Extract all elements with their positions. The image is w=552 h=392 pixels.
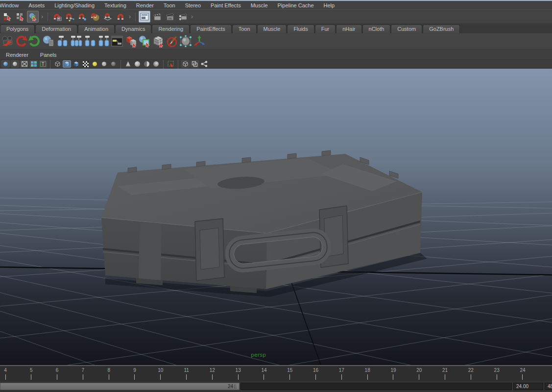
panel-toolbar: T: [0, 60, 552, 69]
textured-mode-button[interactable]: [72, 60, 80, 68]
range-grip-handle[interactable]: [235, 384, 238, 389]
maya-window: Window Assets Lighting/Shading Texturing…: [0, 0, 552, 392]
viewport-canvas[interactable]: persp: [0, 69, 552, 365]
menu-paint-effects[interactable]: Paint Effects: [206, 2, 246, 8]
menu-assets[interactable]: Assets: [24, 2, 49, 8]
snap-to-curves-button[interactable]: [64, 11, 75, 23]
tab-animation[interactable]: Animation: [78, 24, 115, 33]
gray-light-icon: [102, 62, 106, 66]
tab-polygons[interactable]: Polygons: [0, 24, 35, 33]
camera-red-arrow-button[interactable]: [0, 34, 14, 48]
render-current-frame-button[interactable]: [151, 11, 163, 23]
collapse-arrow-icon[interactable]: ›: [189, 13, 195, 20]
tab-rendering[interactable]: Rendering: [152, 24, 190, 33]
menu-help[interactable]: Help: [319, 2, 340, 8]
snap-to-points-button[interactable]: [76, 11, 88, 23]
menu-toon[interactable]: Toon: [159, 2, 180, 8]
isolate-select-button[interactable]: [167, 60, 175, 68]
tab-muscle[interactable]: Muscle: [257, 24, 287, 33]
smooth-shade-mode-button[interactable]: [63, 60, 71, 68]
menu-texturing[interactable]: Texturing: [99, 2, 131, 8]
node-editor-button[interactable]: [110, 34, 124, 48]
overlap-frames-button[interactable]: [191, 60, 199, 68]
share-nodes-button[interactable]: [200, 60, 208, 68]
tab-fluids[interactable]: Fluids: [287, 24, 314, 33]
checker-render-button[interactable]: [81, 60, 90, 68]
magnet-icon: [116, 12, 125, 22]
open-render-view-button[interactable]: [139, 11, 150, 23]
main-menubar: Window Assets Lighting/Shading Texturing…: [0, 1, 552, 9]
paint-brush-disabled-button[interactable]: [165, 34, 179, 48]
tab-ncloth[interactable]: nCloth: [362, 24, 391, 33]
tab-nhair[interactable]: nHair: [336, 24, 361, 33]
joint-nodes-4-button[interactable]: [96, 34, 110, 48]
tab-dynamics[interactable]: Dynamics: [115, 24, 151, 33]
tab-fur[interactable]: Fur: [315, 24, 336, 33]
joint-nodes-1-button[interactable]: [55, 34, 69, 48]
no-lights-button[interactable]: [109, 60, 118, 68]
cone-light-button[interactable]: [124, 60, 132, 68]
tab-deformation[interactable]: Deformation: [35, 24, 77, 33]
select-objects-icon: [16, 12, 24, 21]
tab-custom[interactable]: Custom: [391, 24, 422, 33]
select-components-icon: [28, 12, 37, 21]
four-view-button[interactable]: [29, 60, 38, 68]
camera-sphere-button[interactable]: [1, 60, 10, 68]
ipr-render-button[interactable]: IPR: [164, 11, 176, 23]
menu-stereo[interactable]: Stereo: [180, 2, 206, 8]
camera-circle-button[interactable]: [11, 60, 19, 68]
tab-painteffects[interactable]: PaintEffects: [190, 24, 232, 33]
xray-cube-button[interactable]: [181, 60, 190, 68]
menu-renderer[interactable]: Renderer: [0, 52, 34, 58]
text-display-button[interactable]: T: [39, 60, 47, 68]
undo-button[interactable]: [14, 34, 28, 48]
half-dome-light-button[interactable]: [143, 60, 151, 68]
cone-light-icon: [125, 61, 131, 67]
camera-icon: [1, 35, 14, 48]
snap-to-grids-button[interactable]: [51, 11, 63, 23]
camera-label: persp: [251, 352, 266, 358]
time-slider[interactable]: 4 5 6 7 8 9 10 11 12 13 14 15 16 17 18 1…: [0, 365, 552, 381]
sphere-light-button[interactable]: [133, 60, 142, 68]
menu-lighting-shading[interactable]: Lighting/Shading: [49, 2, 99, 8]
collapse-arrow-icon[interactable]: ›: [127, 13, 133, 20]
select-by-component-type-button[interactable]: [27, 11, 39, 23]
all-lights-button[interactable]: [100, 60, 108, 68]
menu-render[interactable]: Render: [131, 2, 159, 8]
frame-label: 10: [155, 368, 166, 373]
cube-stack-select-button[interactable]: [124, 34, 138, 48]
joint-nodes-2-button[interactable]: [69, 34, 83, 48]
make-object-live-button[interactable]: [115, 11, 126, 23]
menu-muscle[interactable]: Muscle: [246, 2, 273, 8]
frame-label: 5: [26, 368, 37, 373]
animation-end-time-field[interactable]: 48.00: [545, 383, 552, 390]
select-by-object-type-button[interactable]: [14, 11, 26, 23]
poly-cube-grid-button[interactable]: [151, 34, 165, 48]
lattice-sphere-button[interactable]: [179, 34, 192, 48]
frame-label: 21: [440, 368, 451, 373]
separator: [135, 12, 136, 21]
redo-button[interactable]: [28, 34, 42, 48]
menu-pipeline-cache[interactable]: Pipeline Cache: [273, 2, 319, 8]
collapse-arrow-icon[interactable]: ›: [39, 13, 45, 20]
playback-range-slider[interactable]: 24: [0, 383, 240, 390]
soft-dome-light-button[interactable]: [152, 60, 160, 68]
sphere-delete-button[interactable]: [42, 34, 55, 48]
perspective-viewport[interactable]: persp: [0, 69, 552, 365]
wireframe-mode-button[interactable]: [53, 60, 62, 68]
playback-end-time-field[interactable]: 24.00: [513, 383, 543, 390]
tab-toon[interactable]: Toon: [232, 24, 257, 33]
joint-nodes-3-button[interactable]: [83, 34, 96, 48]
range-slider-track[interactable]: [240, 383, 512, 390]
sphere-green-cube-button[interactable]: [138, 34, 151, 48]
menu-window[interactable]: Window: [0, 2, 24, 8]
menu-panels[interactable]: Panels: [34, 52, 63, 58]
snap-to-view-planes-button[interactable]: [102, 11, 114, 23]
axis-tripod-button[interactable]: [192, 34, 206, 48]
tab-gozbrush[interactable]: GoZBrush: [423, 24, 460, 33]
render-settings-button[interactable]: [177, 11, 189, 23]
select-by-hierarchy-button[interactable]: [1, 11, 13, 23]
default-light-button[interactable]: [91, 60, 99, 68]
grid-collapse-button[interactable]: [20, 60, 28, 68]
snap-to-projected-center-button[interactable]: [89, 11, 101, 23]
